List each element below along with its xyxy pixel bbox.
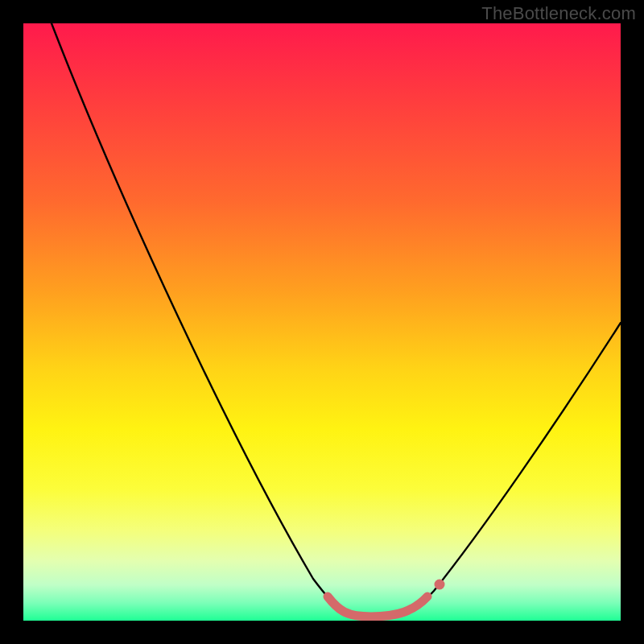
plot-area (23, 23, 621, 621)
bottleneck-curve (23, 23, 621, 621)
flat-region-pink (328, 597, 427, 617)
curve-path (52, 23, 621, 617)
marker-dot-pink (435, 580, 445, 590)
watermark-text: TheBottleneck.com (481, 3, 636, 24)
